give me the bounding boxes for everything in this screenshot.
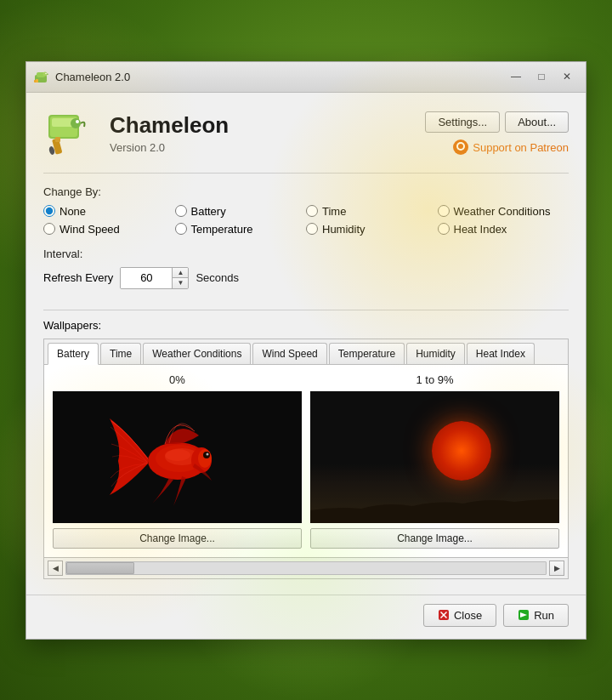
fish-image: [53, 391, 302, 523]
fish-svg: [101, 397, 254, 516]
patreon-text: Support on Patreon: [473, 141, 569, 154]
radio-heat-index[interactable]: Heat Index: [438, 223, 570, 236]
minimize-button[interactable]: —: [504, 67, 528, 86]
refresh-interval-input[interactable]: [121, 268, 172, 288]
title-bar-text: Chameleon 2.0: [55, 71, 504, 83]
seconds-label: Seconds: [196, 271, 239, 284]
spinner-down[interactable]: ▼: [173, 278, 188, 288]
radio-battery-input[interactable]: [175, 205, 187, 217]
radio-time-label: Time: [322, 205, 346, 218]
tab-temperature[interactable]: Temperature: [329, 343, 405, 364]
radio-battery-label: Battery: [191, 205, 226, 218]
wallpaper-img-0: [53, 391, 302, 523]
svg-point-3: [45, 73, 47, 75]
header-btn-row: Settings... About...: [425, 111, 569, 133]
spinner-arrows: ▲ ▼: [172, 268, 188, 288]
scroll-right[interactable]: ▶: [549, 561, 564, 576]
radio-humidity[interactable]: Humidity: [306, 223, 438, 236]
tabs-header: Battery Time Weather Conditions Wind Spe…: [44, 339, 568, 365]
sun-circle: [432, 421, 491, 481]
horizon-svg: [310, 485, 559, 523]
sun-image: [310, 391, 559, 523]
tabs-container: Battery Time Weather Conditions Wind Spe…: [43, 339, 569, 579]
main-content: Chameleon Version 2.0 Settings... About.…: [26, 93, 586, 593]
close-label: Close: [454, 609, 482, 622]
spinner-up[interactable]: ▲: [173, 268, 188, 278]
tab-humidity[interactable]: Humidity: [406, 343, 465, 364]
svg-point-16: [458, 144, 463, 149]
radio-wind-label: Wind Speed: [60, 223, 120, 236]
app-version: Version 2.0: [110, 141, 425, 154]
tab-weather-conditions[interactable]: Weather Conditions: [143, 343, 251, 364]
footer: Close Run: [26, 595, 586, 639]
radio-temperature[interactable]: Temperature: [175, 223, 307, 236]
radio-weather-label: Weather Conditions: [454, 205, 551, 218]
change-by-label: Change By:: [43, 185, 569, 198]
title-bar-controls: — □ ✕: [504, 67, 579, 86]
wallpaper-grid: 0%: [44, 365, 568, 557]
radio-weather-conditions[interactable]: Weather Conditions: [438, 205, 570, 218]
radio-none[interactable]: None: [43, 205, 175, 218]
radio-weather-input[interactable]: [438, 205, 450, 217]
run-button[interactable]: Run: [503, 604, 569, 627]
main-window: Chameleon 2.0 — □ ✕: [26, 61, 586, 640]
app-name: Chameleon: [110, 112, 425, 139]
wallpaper-item-1: 1 to 9% Change Image...: [310, 373, 559, 549]
header-section: Chameleon Version 2.0 Settings... About.…: [43, 106, 569, 174]
svg-rect-5: [36, 79, 38, 83]
tab-wind-speed[interactable]: Wind Speed: [252, 343, 326, 364]
radio-temp-input[interactable]: [175, 223, 187, 235]
wallpaper-title-0: 0%: [169, 373, 185, 386]
scroll-track[interactable]: [65, 561, 547, 575]
interval-row: Refresh Every ▲ ▼ Seconds: [43, 267, 569, 289]
scroll-left[interactable]: ◀: [48, 561, 63, 576]
svg-point-24: [165, 449, 190, 461]
radio-temp-label: Temperature: [191, 223, 253, 236]
tab-time[interactable]: Time: [100, 343, 141, 364]
radio-heat-input[interactable]: [438, 223, 450, 235]
interval-section: Interval: Refresh Every ▲ ▼ Seconds: [43, 248, 569, 298]
radio-time[interactable]: Time: [306, 205, 438, 218]
run-label: Run: [534, 609, 554, 622]
app-logo: [43, 106, 98, 161]
wallpaper-title-1: 1 to 9%: [416, 373, 453, 386]
close-button[interactable]: Close: [423, 604, 496, 627]
radio-none-input[interactable]: [43, 205, 55, 217]
change-by-section: Change By: None Battery Time Weather Con…: [43, 185, 569, 236]
refresh-label: Refresh Every: [43, 271, 113, 284]
tab-heat-index[interactable]: Heat Index: [467, 343, 535, 364]
app-info: Chameleon Version 2.0: [110, 112, 425, 153]
app-icon: [33, 68, 50, 85]
interval-label: Interval:: [43, 248, 569, 260]
svg-point-23: [206, 453, 208, 456]
close-icon: [438, 609, 450, 621]
radio-time-input[interactable]: [306, 205, 318, 217]
scroll-container: ◀ ▶: [44, 557, 568, 578]
patreon-link[interactable]: Support on Patreon: [453, 139, 569, 155]
close-window-button[interactable]: ✕: [555, 67, 579, 86]
maximize-button[interactable]: □: [530, 67, 553, 86]
tab-battery[interactable]: Battery: [48, 343, 99, 365]
radio-wind-speed[interactable]: Wind Speed: [43, 223, 175, 236]
run-icon: [518, 609, 530, 621]
svg-point-21: [198, 449, 212, 468]
svg-point-9: [71, 118, 81, 128]
radio-none-label: None: [60, 205, 86, 218]
title-bar: Chameleon 2.0 — □ ✕: [26, 62, 586, 93]
radio-battery[interactable]: Battery: [175, 205, 307, 218]
scroll-thumb: [66, 562, 134, 574]
change-image-btn-0[interactable]: Change Image...: [53, 528, 302, 549]
change-image-btn-1[interactable]: Change Image...: [310, 528, 559, 549]
svg-point-2: [43, 72, 48, 77]
svg-rect-12: [55, 137, 60, 142]
wallpaper-img-1: [310, 391, 559, 523]
radio-wind-input[interactable]: [43, 223, 55, 235]
spinner-wrapper: ▲ ▼: [120, 267, 189, 289]
radio-grid: None Battery Time Weather Conditions Win…: [43, 205, 569, 236]
radio-humidity-input[interactable]: [306, 223, 318, 235]
svg-point-10: [76, 120, 79, 123]
radio-humidity-label: Humidity: [322, 223, 366, 236]
settings-button[interactable]: Settings...: [425, 111, 500, 133]
wallpapers-label: Wallpapers:: [43, 319, 569, 332]
about-button[interactable]: About...: [505, 111, 569, 133]
